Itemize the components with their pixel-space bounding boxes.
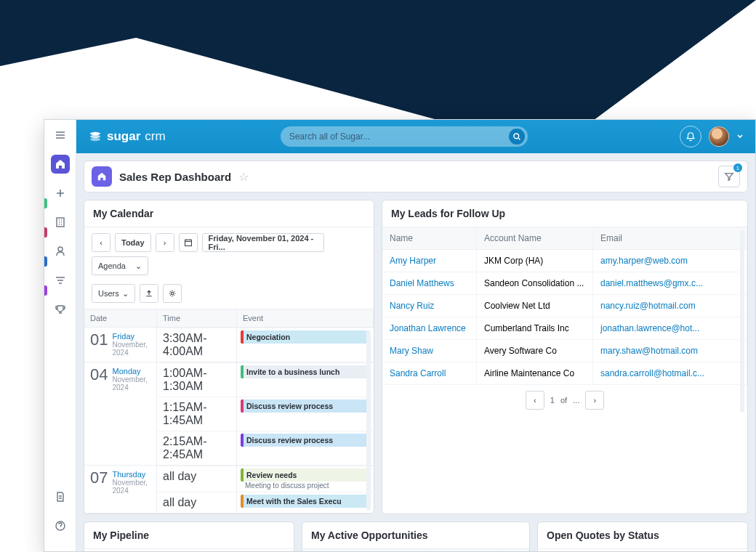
cal-users-select[interactable]: Users ⌄	[92, 284, 135, 303]
cal-day: 07ThursdayNovember, 2024all dayReview ne…	[84, 466, 374, 514]
trophy-icon[interactable]	[51, 300, 70, 319]
cal-date: 07ThursdayNovember, 2024	[84, 466, 157, 513]
leads-columns: Name Account Name Email	[382, 227, 747, 250]
cal-time: 1:15AM-1:45AM	[157, 397, 237, 431]
cal-date: 01FridayNovember, 2024	[84, 328, 157, 362]
card-title: My Active Opportunities	[302, 522, 529, 549]
cal-day: 04MondayNovember, 20241:00AM-1:30AMInvit…	[84, 362, 374, 466]
table-row: Mary ShawAvery Software Comary.shaw@hotm…	[382, 340, 747, 362]
filter-button[interactable]: 1	[718, 166, 740, 187]
lead-account: Airline Maintenance Co	[477, 362, 593, 384]
col-email[interactable]: Email	[593, 227, 747, 249]
gear-icon[interactable]	[163, 284, 182, 303]
svg-point-3	[90, 132, 100, 135]
global-search[interactable]	[281, 126, 528, 147]
table-row: Amy HarperJKM Corp (HA)amy.harper@web.co…	[382, 250, 747, 272]
svg-point-8	[171, 292, 173, 294]
cal-date: 04MondayNovember, 2024	[84, 362, 157, 465]
col-event: Event	[237, 309, 374, 327]
brand: sugarcrm	[88, 129, 166, 144]
menu-icon[interactable]	[51, 126, 70, 145]
cal-prev-button[interactable]: ‹	[92, 233, 110, 252]
search-go-icon[interactable]	[509, 129, 525, 145]
lead-name[interactable]: Mary Shaw	[382, 340, 477, 362]
card-opportunities: My Active Opportunities Name Likely↓ Acc…	[302, 521, 530, 551]
card-title: Open Quotes by Status	[538, 522, 747, 549]
person-icon[interactable]	[51, 242, 70, 261]
add-icon[interactable]	[51, 184, 70, 203]
card-title: My Calendar	[84, 200, 374, 227]
lead-account: JKM Corp (HA)	[477, 250, 593, 272]
leads-table: Name Account Name Email Amy HarperJKM Co…	[382, 227, 747, 415]
cal-event[interactable]: Invite to a business lunch	[241, 365, 370, 378]
col-acc[interactable]: Acc	[500, 549, 529, 551]
lead-name[interactable]: Daniel Matthews	[382, 272, 477, 294]
app-window: sugarcrm Sales Rep Dashboard ☆	[44, 119, 756, 552]
nav-rail	[44, 120, 76, 551]
document-icon[interactable]	[51, 487, 70, 506]
pipeline-toolbar	[84, 549, 294, 551]
lead-email[interactable]: amy.harper@web.com	[593, 250, 747, 272]
lead-email[interactable]: nancy.ruiz@hotmail.com	[593, 295, 747, 317]
accent	[44, 285, 47, 296]
lead-email[interactable]: sandra.carroll@hotmail.c...	[593, 362, 747, 384]
notifications-icon[interactable]	[680, 126, 701, 147]
cal-range-label[interactable]: Friday, November 01, 2024 - Fri...	[202, 233, 324, 252]
lead-name[interactable]: Amy Harper	[382, 250, 477, 272]
table-row: Jonathan LawrenceCumberland Trails Incjo…	[382, 317, 747, 340]
col-name[interactable]: Name	[382, 227, 477, 249]
cal-time: all day	[157, 492, 237, 513]
pager: ‹ 1 of ... ›	[382, 385, 747, 415]
calendar-icon[interactable]	[179, 233, 198, 252]
search-input[interactable]	[289, 131, 509, 142]
pager-page: 1	[550, 396, 555, 405]
cal-event[interactable]: Meet with the Sales Execu	[241, 495, 370, 508]
lead-name[interactable]: Nancy Ruiz	[382, 295, 477, 317]
pager-of: of	[560, 396, 567, 405]
filter-lines-icon[interactable]	[51, 271, 70, 290]
chevron-down-icon[interactable]	[736, 133, 744, 140]
cal-event[interactable]: Review needs	[241, 468, 370, 482]
lead-name[interactable]: Jonathan Lawrence	[382, 317, 477, 339]
brand-icon	[88, 129, 102, 144]
cal-next-button[interactable]: ›	[156, 233, 174, 252]
svg-point-4	[90, 135, 100, 138]
svg-point-6	[514, 134, 519, 139]
favorite-star-icon[interactable]: ☆	[238, 170, 249, 184]
user-avatar[interactable]	[709, 126, 729, 147]
scrollbar[interactable]	[366, 330, 371, 511]
lead-email[interactable]: mary.shaw@hotmail.com	[593, 340, 747, 362]
building-icon[interactable]	[51, 213, 70, 232]
quotes-toolbar	[538, 549, 747, 551]
home-icon[interactable]	[51, 155, 70, 174]
card-my-leads: My Leads for Follow Up Name Account Name…	[382, 200, 748, 514]
table-row: Nancy RuizCoolview Net Ltdnancy.ruiz@hot…	[382, 295, 747, 317]
cal-event[interactable]: Discuss review process	[241, 434, 370, 447]
lead-email[interactable]: daniel.matthews@gmx.c...	[593, 272, 747, 294]
cal-today-button[interactable]: Today	[115, 233, 151, 252]
lead-name[interactable]: Sandra Carroll	[382, 362, 477, 384]
export-icon[interactable]	[140, 284, 158, 303]
table-row: Sandra CarrollAirline Maintenance Cosand…	[382, 362, 747, 385]
topbar: sugarcrm	[76, 120, 755, 153]
cal-event-sub: Meeting to discuss project	[241, 482, 370, 490]
pager-prev[interactable]: ‹	[526, 391, 544, 410]
calendar-toolbar: ‹ Today › Friday, November 01, 2024 - Fr…	[84, 227, 374, 309]
cal-view-select[interactable]: Agenda⌄	[92, 256, 148, 275]
col-likely[interactable]: Likely↓	[427, 549, 500, 551]
cal-event[interactable]: Discuss review process	[241, 399, 370, 413]
help-icon[interactable]	[51, 516, 70, 535]
card-quotes: Open Quotes by Status Total is $423K Dra…	[537, 521, 748, 551]
lead-account: Coolview Net Ltd	[477, 295, 593, 317]
pager-next[interactable]: ›	[585, 391, 604, 410]
cal-event[interactable]: Negociation	[241, 330, 370, 344]
lead-account: Sandeon Consolidation ...	[477, 272, 593, 294]
cal-time: 2:15AM-2:45AM	[157, 431, 237, 465]
col-account[interactable]: Account Name	[477, 227, 593, 249]
scrollbar[interactable]	[740, 230, 744, 413]
card-pipeline: My Pipeline Total is $11,660K Negotiatio…	[84, 521, 294, 551]
svg-point-5	[90, 138, 100, 141]
cal-time: 1:00AM-1:30AM	[157, 363, 237, 397]
lead-email[interactable]: jonathan.lawrence@hot...	[593, 317, 747, 339]
col-name[interactable]: Name	[302, 549, 427, 551]
